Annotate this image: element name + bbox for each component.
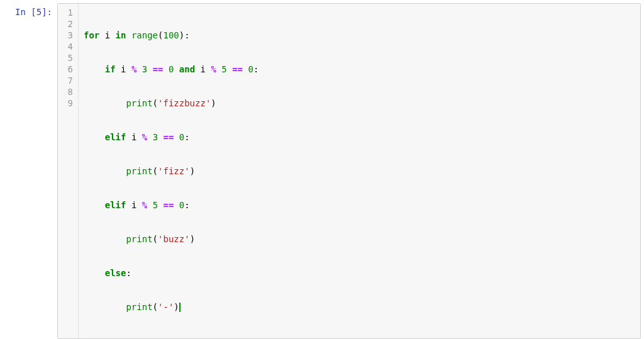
code-editor[interactable]: 1 2 3 4 5 6 7 8 9 for i in range(100): i…: [57, 3, 641, 339]
line-number: 4: [64, 41, 73, 52]
line-number: 5: [64, 52, 73, 64]
code-line: print('fizz'): [84, 165, 636, 177]
code-line: elif i % 5 == 0:: [84, 199, 636, 211]
prompt-exec-count: 5: [36, 7, 42, 17]
line-number: 7: [64, 75, 73, 86]
line-number: 3: [64, 30, 73, 41]
code-line: print('fizzbuzz'): [84, 97, 636, 109]
line-number: 9: [64, 97, 73, 109]
line-number: 1: [64, 7, 73, 18]
code-line: if i % 3 == 0 and i % 5 == 0:: [84, 64, 636, 75]
code-line: else:: [84, 267, 636, 279]
code-line: elif i % 3 == 0:: [84, 131, 636, 143]
code-line: for i in range(100):: [84, 30, 636, 41]
text-cursor: [179, 303, 180, 312]
code-line: print('-'): [84, 301, 636, 313]
prompt-prefix: In [: [15, 7, 36, 17]
prompt-suffix: ]:: [42, 7, 52, 17]
notebook: In [5]: 1 2 3 4 5 6 7 8 9 for i in range…: [0, 0, 644, 339]
code-cell: In [5]: 1 2 3 4 5 6 7 8 9 for i in range…: [0, 0, 644, 339]
line-number: 2: [64, 18, 73, 30]
input-prompt: In [5]:: [3, 3, 57, 18]
code-line: print('buzz'): [84, 233, 636, 245]
line-number: 6: [64, 64, 73, 75]
line-number-gutter: 1 2 3 4 5 6 7 8 9: [58, 4, 79, 338]
line-number: 8: [64, 86, 73, 97]
code-text[interactable]: for i in range(100): if i % 3 == 0 and i…: [79, 4, 640, 338]
